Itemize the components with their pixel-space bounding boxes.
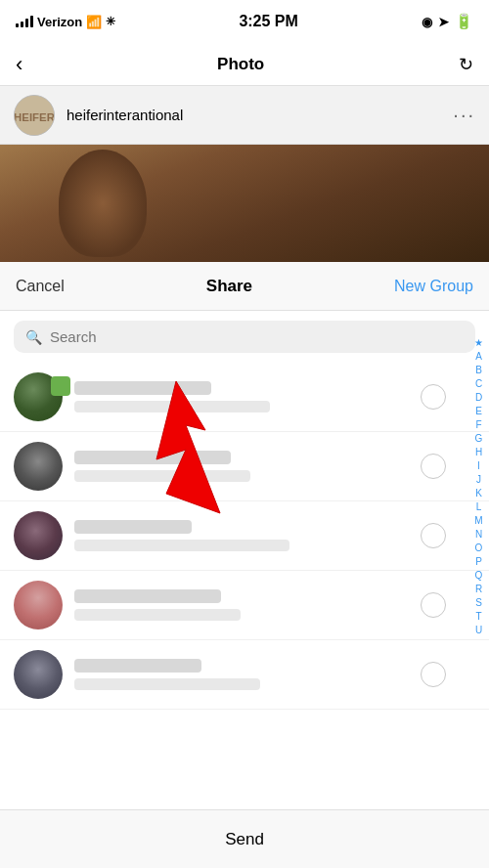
contact-sub-blurred: [74, 678, 260, 690]
contact-avatar-2: [14, 442, 63, 491]
contact-name-blurred: [74, 520, 192, 534]
contact-info-5: [74, 659, 409, 690]
contact-sub-blurred: [74, 609, 241, 621]
new-group-button[interactable]: New Group: [394, 278, 473, 295]
signal-bars: [16, 16, 33, 27]
bar4: [30, 16, 33, 27]
contact-avatar-5: [14, 650, 63, 699]
alpha-A[interactable]: A: [475, 350, 482, 363]
more-options-button[interactable]: ···: [453, 104, 475, 126]
search-container: 🔍: [0, 311, 489, 363]
contact-info-1: [74, 381, 409, 412]
contact-info-2: [74, 451, 409, 482]
contact-info-3: [74, 520, 409, 551]
location-icon: ◉: [422, 15, 432, 29]
contact-sub-blurred: [74, 470, 250, 482]
contact-row[interactable]: [0, 501, 489, 571]
contact-name-blurred: [74, 381, 211, 395]
share-toolbar: Cancel Share New Group: [0, 262, 489, 311]
nav-bar: ‹ Photo ↻: [0, 43, 489, 86]
contact-sub-blurred: [74, 401, 270, 412]
profile-row: HEIFER heiferinterantional ···: [0, 86, 489, 145]
brightness-icon: ✳: [106, 15, 115, 28]
contact-name-blurred: [74, 659, 201, 673]
contact-name-blurred: [74, 451, 231, 464]
alpha-★[interactable]: ★: [474, 336, 483, 349]
carrier-signal: Verizon 📶 ✳: [16, 15, 115, 29]
contact-list: [0, 363, 489, 710]
contact-info-4: [74, 589, 409, 621]
search-bar: 🔍: [14, 321, 475, 353]
battery-icon: 🔋: [455, 13, 473, 30]
bar1: [16, 23, 19, 27]
contact-sub-blurred: [74, 540, 289, 551]
contact-row[interactable]: [0, 571, 489, 640]
send-bar: Send: [0, 809, 489, 868]
status-bar: Verizon 📶 ✳ 3:25 PM ◉ ➤ 🔋: [0, 0, 489, 43]
contact-avatar-4: [14, 581, 63, 629]
contact-name-blurred: [74, 589, 221, 603]
nav-icon: ➤: [438, 15, 449, 29]
contact-select-5[interactable]: [421, 662, 446, 687]
wifi-icon: 📶: [86, 15, 102, 29]
refresh-button[interactable]: ↻: [459, 54, 473, 75]
contact-row[interactable]: [0, 432, 489, 501]
contact-select-3[interactable]: [421, 523, 446, 548]
send-button[interactable]: Send: [225, 830, 264, 849]
search-icon: 🔍: [25, 329, 42, 345]
status-time: 3:25 PM: [239, 13, 297, 30]
contact-select-2[interactable]: [421, 454, 446, 479]
photo-banner: [0, 145, 489, 262]
back-button[interactable]: ‹: [16, 52, 22, 77]
contact-avatar-3: [14, 511, 63, 560]
bar2: [21, 22, 23, 27]
status-right-icons: ◉ ➤ 🔋: [422, 13, 473, 30]
photo-face: [59, 150, 147, 257]
nav-title: Photo: [217, 55, 264, 74]
bar3: [25, 19, 28, 27]
cancel-button[interactable]: Cancel: [16, 278, 65, 295]
search-input[interactable]: [50, 328, 464, 345]
contact-select-4[interactable]: [421, 592, 446, 618]
svg-text:HEIFER: HEIFER: [15, 110, 54, 122]
profile-avatar: HEIFER: [14, 95, 55, 136]
contact-badge: [51, 376, 70, 396]
contact-row[interactable]: [0, 640, 489, 710]
carrier-name: Verizon: [37, 15, 82, 29]
contact-row[interactable]: [0, 363, 489, 432]
profile-username: heiferinterantional: [67, 107, 441, 123]
share-title: Share: [206, 277, 252, 296]
contact-select-1[interactable]: [421, 384, 446, 410]
